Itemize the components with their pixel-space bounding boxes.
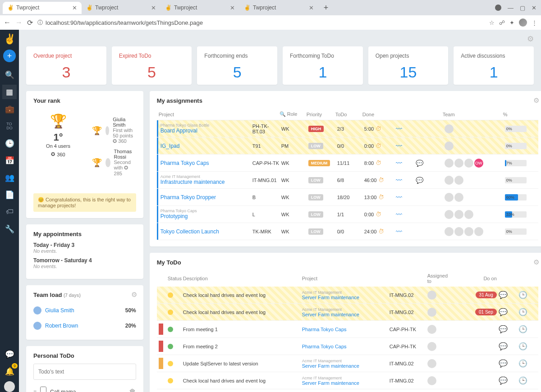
minimize-icon[interactable]: — xyxy=(508,5,513,11)
project-link[interactable]: Pharma Tokyo Dropper xyxy=(160,194,251,201)
project-link[interactable]: Infrastructure maintenance xyxy=(160,179,251,185)
stat-card[interactable]: Forthcoming ToDo1 xyxy=(283,46,363,85)
project-link[interactable]: Pharma Tokyo Caps xyxy=(302,327,388,332)
extensions-icon[interactable]: ✦ xyxy=(509,19,514,26)
gear-icon[interactable]: ⚙ xyxy=(533,258,539,266)
browser-tab[interactable]: ✌Twproject✕ xyxy=(3,2,82,14)
project-link[interactable]: Server Farm maintenance xyxy=(302,363,388,369)
teamload-row[interactable]: Robert Brown20% xyxy=(33,318,136,333)
add-button[interactable]: + xyxy=(3,50,16,62)
forward-button[interactable]: → xyxy=(15,18,23,27)
extension-icon[interactable]: ☍ xyxy=(499,19,505,26)
project-link[interactable]: IG_Ipad xyxy=(160,143,251,149)
mytodo-row[interactable]: Check local hard drives and event log Ac… xyxy=(157,372,538,389)
todo-nav-icon[interactable]: TODO xyxy=(2,119,17,133)
project-link[interactable]: Tokyo Collection Launch xyxy=(160,228,251,235)
new-tab-button[interactable]: + xyxy=(321,3,331,13)
browser-tab[interactable]: ✌Twproject✕ xyxy=(160,2,239,14)
assignment-row[interactable]: IG_Ipad T91 PM LOW 0/0 0:00⏱ 〰 0% xyxy=(157,137,538,155)
assignment-row[interactable]: Tokyo Collection Launch TK-MRK WK LOW 0/… xyxy=(157,223,538,240)
clock-icon[interactable]: ⏱ xyxy=(376,125,381,132)
project-link[interactable]: Server Farm maintenance xyxy=(302,295,388,300)
trash-icon[interactable]: 🗑 xyxy=(129,388,136,392)
clock-icon[interactable]: 🕒 xyxy=(518,308,527,316)
project-link[interactable]: Prototyping xyxy=(160,213,251,219)
docs-icon[interactable]: 📄 xyxy=(2,187,17,202)
clock-icon[interactable]: ⏱ xyxy=(376,142,381,149)
mytodo-row[interactable]: Check local hard drives and event log Ac… xyxy=(157,287,538,304)
clock-icon[interactable]: 🕒 xyxy=(518,377,527,384)
assignment-row[interactable]: Pharma Tokyo CapsPrototyping L WK LOW 1/… xyxy=(157,206,538,223)
close-icon[interactable]: ✕ xyxy=(309,5,314,11)
worklog-icon[interactable]: 〰 xyxy=(396,125,402,132)
stat-card[interactable]: Expired ToDo5 xyxy=(112,46,192,85)
browser-tab[interactable]: ✌Twproject✕ xyxy=(239,2,318,14)
project-link[interactable]: Server Farm maintenance xyxy=(302,312,388,317)
assignment-row[interactable]: Pharma Tokyo Caps CAP-PH-TK WK MEDIUM 11… xyxy=(157,155,538,172)
maximize-icon[interactable]: ▢ xyxy=(520,5,525,11)
stat-card[interactable]: Open projects15 xyxy=(368,46,449,85)
calendar-icon[interactable]: 📅 xyxy=(2,153,17,168)
tools-icon[interactable]: 🔧 xyxy=(2,222,17,236)
project-link[interactable]: Pharma Tokyo Caps xyxy=(302,344,388,349)
team-icon[interactable]: 👥 xyxy=(2,170,17,185)
stat-card[interactable]: Overdue project3 xyxy=(26,46,106,85)
back-button[interactable]: ← xyxy=(4,18,11,27)
dashboard-icon[interactable]: ▦ xyxy=(2,85,17,99)
project-link[interactable]: Server Farm maintenance xyxy=(302,380,388,386)
reload-button[interactable]: ⟳ xyxy=(27,18,33,27)
chat-icon[interactable]: 💬 xyxy=(499,360,508,367)
profile-avatar[interactable] xyxy=(519,18,527,27)
clock-icon[interactable]: 🕒 xyxy=(518,360,527,367)
project-link[interactable]: Board Approval xyxy=(160,128,251,134)
page-settings-icon[interactable]: ⚙ xyxy=(26,34,534,44)
logo-icon[interactable]: ✌ xyxy=(4,33,16,45)
clock-icon[interactable]: ⏱ xyxy=(376,160,381,166)
clock-icon[interactable]: 🕒 xyxy=(518,325,527,333)
clock-icon[interactable]: ⏱ xyxy=(378,194,384,201)
clock-icon[interactable]: 🕒 xyxy=(518,342,527,350)
browser-tab[interactable]: ✌Twproject✕ xyxy=(82,2,160,14)
chat-icon[interactable]: 💬 xyxy=(499,308,508,316)
stat-card[interactable]: Forthcoming ends5 xyxy=(197,46,277,85)
url-field[interactable]: ⓘ localhost:90/tw/applications/teamwork/… xyxy=(37,19,485,27)
close-window-icon[interactable]: ✕ xyxy=(532,5,536,11)
worklog-icon[interactable]: 〰 xyxy=(396,228,402,235)
mytodo-row[interactable]: Update SqlServer to latest version Acme … xyxy=(157,355,538,372)
stat-card[interactable]: Active discussions1 xyxy=(454,46,534,85)
account-icon[interactable] xyxy=(495,5,501,11)
time-icon[interactable]: 🕒 xyxy=(2,136,17,150)
projects-icon[interactable]: 💼 xyxy=(2,102,17,116)
worklog-icon[interactable]: 〰 xyxy=(396,194,402,201)
search-icon[interactable]: 🔍 xyxy=(2,68,17,82)
chat-icon[interactable]: 💬 xyxy=(416,177,423,184)
notifications-icon[interactable]: 🔔9 xyxy=(2,364,17,378)
mytodo-row[interactable]: From meeting 2 Pharma Tokyo Caps CAP-PH-… xyxy=(157,338,538,355)
clock-icon[interactable]: ⏱ xyxy=(376,211,381,218)
gear-icon[interactable]: ⚙ xyxy=(131,291,137,299)
menu-icon[interactable]: ⋮ xyxy=(532,19,537,26)
todo-checkbox[interactable] xyxy=(40,387,46,392)
tag-icon[interactable]: 🏷 xyxy=(2,205,17,219)
drag-icon[interactable]: ≡ xyxy=(33,389,37,392)
clock-icon[interactable]: 🕒 xyxy=(518,291,527,299)
mytodo-row[interactable]: Check local hard drives and event log Ac… xyxy=(157,304,538,321)
chat-icon[interactable]: 💬 xyxy=(499,377,508,384)
worklog-icon[interactable]: 〰 xyxy=(396,142,402,150)
mytodo-row[interactable]: From meeting 1 Pharma Tokyo Caps CAP-PH-… xyxy=(157,321,538,338)
user-avatar[interactable] xyxy=(4,381,15,392)
chat-icon[interactable]: 💬 xyxy=(499,342,508,350)
chat-icon[interactable]: 💬 xyxy=(2,347,17,361)
star-icon[interactable]: ☆ xyxy=(489,19,495,26)
worklog-icon[interactable]: 〰 xyxy=(396,160,402,167)
clock-icon[interactable]: ⏱ xyxy=(378,177,384,183)
site-info-icon[interactable]: ⓘ xyxy=(37,19,43,27)
worklog-icon[interactable]: 〰 xyxy=(396,211,402,218)
todo-input[interactable] xyxy=(33,364,136,380)
close-icon[interactable]: ✕ xyxy=(230,5,235,11)
close-icon[interactable]: ✕ xyxy=(72,5,77,11)
assignment-row[interactable]: Acme IT ManagementInfrastructure mainten… xyxy=(157,172,538,189)
worklog-icon[interactable]: 〰 xyxy=(396,177,402,184)
chat-icon[interactable]: 💬 xyxy=(499,325,508,333)
chat-icon[interactable]: 💬 xyxy=(416,160,423,167)
